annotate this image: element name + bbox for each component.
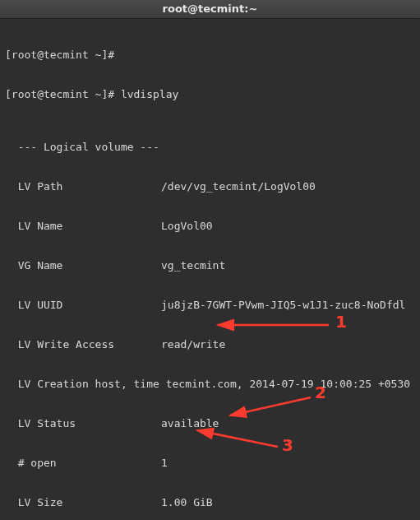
lv-creation-value: tecmint.com, 2014-07-19 10:00:25 +0530 xyxy=(166,378,410,390)
window-title: root@tecmint:~ xyxy=(163,2,258,15)
lv-section-header-1: --- Logical volume --- xyxy=(5,141,415,154)
command-lvdisplay: lvdisplay xyxy=(121,88,178,100)
lv-status-value: available xyxy=(161,417,219,429)
lv-path-value: /dev/vg_tecmint/LogVol00 xyxy=(161,180,316,193)
lv-uuid-value: ju8jzB-7GWT-PVwm-JIQ5-w1J1-zuc8-NoDfdl xyxy=(161,299,405,311)
window-titlebar: root@tecmint:~ xyxy=(0,0,420,19)
lv-size-label: LV Size xyxy=(5,496,161,509)
vg-name-label: VG Name xyxy=(5,259,161,272)
prompt-line-2: [root@tecmint ~]# xyxy=(5,88,121,100)
open-value: 1 xyxy=(161,457,168,469)
vg-name-value: vg_tecmint xyxy=(161,259,225,272)
annotation-number-1: 1 xyxy=(335,315,347,328)
lv-uuid-label: LV UUID xyxy=(5,299,161,312)
prompt-line-1: [root@tecmint ~]# xyxy=(5,49,114,61)
lv-status-label: LV Status xyxy=(5,417,161,430)
arrow-2-icon xyxy=(230,397,311,416)
lv-path-label: LV Path xyxy=(5,180,161,193)
terminal[interactable]: [root@tecmint ~]# [root@tecmint ~]# lvdi… xyxy=(0,19,420,520)
lv-name-value: LogVol00 xyxy=(161,220,213,232)
lv-name-label: LV Name xyxy=(5,220,161,233)
open-label: # open xyxy=(5,457,161,470)
annotation-number-3: 3 xyxy=(282,439,293,452)
lv-write-access-value: read/write xyxy=(161,338,225,351)
lv-size-value: 1.00 GiB xyxy=(161,496,213,508)
lv-write-access-label: LV Write Access xyxy=(5,338,161,351)
lv-creation-label: LV Creation host, time xyxy=(5,378,166,390)
arrow-3-icon xyxy=(197,430,278,447)
